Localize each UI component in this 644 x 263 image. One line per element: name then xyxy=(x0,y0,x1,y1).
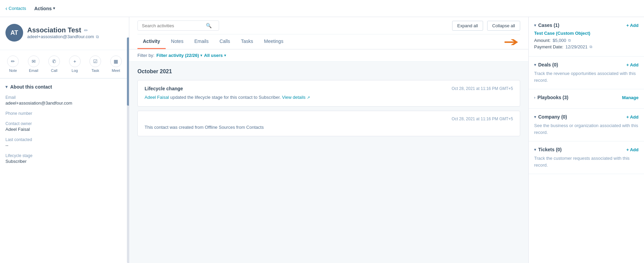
case-amount-label: Amount: xyxy=(534,38,550,43)
company-header: ▾ Company (0) + Add xyxy=(534,114,639,120)
about-section-header[interactable]: ▾ About this contact xyxy=(5,84,123,90)
contact-name: Association Test xyxy=(27,26,81,34)
call-icon: ✆ xyxy=(48,56,60,67)
cases-title[interactable]: ▾ Cases (1) xyxy=(534,22,559,28)
action-call[interactable]: ✆ Call xyxy=(48,56,60,73)
task-label: Task xyxy=(92,68,99,73)
tickets-add-button[interactable]: + Add xyxy=(626,147,639,152)
field-label-email: Email xyxy=(5,95,123,100)
log-icon: + xyxy=(69,56,81,67)
tab-activity[interactable]: Activity xyxy=(137,34,166,49)
company-add-button[interactable]: + Add xyxy=(626,114,639,120)
section-tickets: ▾ Tickets (0) + Add Track the customer r… xyxy=(529,141,644,174)
field-phone: Phone number xyxy=(5,111,123,116)
activity-time-2: Oct 28, 2021 at 11:16 PM GMT+5 xyxy=(452,117,513,121)
tickets-title-label: Tickets (0) xyxy=(538,147,562,152)
activity-card-created: Oct 28, 2021 at 11:16 PM GMT+5 This cont… xyxy=(137,111,520,137)
contact-email: adeel+assosiation@3andfour.com ⧉ xyxy=(27,34,99,39)
action-log[interactable]: + Log xyxy=(69,56,81,73)
tab-calls[interactable]: Calls xyxy=(214,34,235,49)
activity-body-text-2: This contact was created from Offline So… xyxy=(145,125,264,130)
date-header: October 2021 xyxy=(137,68,520,75)
section-cases: ▾ Cases (1) + Add Test Case (Custom Obje… xyxy=(529,17,644,57)
action-email[interactable]: ✉ Email xyxy=(28,56,39,73)
field-lifecycle: Lifecycle stage Subscriber xyxy=(5,153,123,164)
email-value: adeel+assosiation@3andfour.com xyxy=(27,34,94,39)
top-bar: Contacts Actions xyxy=(0,0,644,17)
action-meet[interactable]: ▦ Meet xyxy=(110,56,122,73)
email-label: Email xyxy=(29,68,38,73)
filter-activity-button[interactable]: Filter activity (22/26) xyxy=(156,53,202,58)
tickets-title[interactable]: ▾ Tickets (0) xyxy=(534,147,562,152)
action-task[interactable]: ☑ Task xyxy=(89,56,101,73)
activity-body-2: This contact was created from Offline So… xyxy=(145,124,513,131)
deals-header: ▾ Deals (0) + Add xyxy=(534,62,639,67)
filter-users-button[interactable]: All users xyxy=(204,53,226,58)
copy-date-icon[interactable]: ⧉ xyxy=(590,45,592,49)
tickets-description: Track the customer requests associated w… xyxy=(534,155,639,168)
field-value-owner: Adeel Faisal xyxy=(5,127,123,132)
case-field-amount: Amount: $5,000 ⧉ xyxy=(534,38,639,43)
call-label: Call xyxy=(51,68,57,73)
case-item: Test Case (Custom Object) Amount: $5,000… xyxy=(534,31,639,49)
activity-card-header-1: Lifecycle change Oct 28, 2021 at 11:16 P… xyxy=(145,86,513,91)
copy-email-icon[interactable]: ⧉ xyxy=(96,34,99,39)
search-input[interactable] xyxy=(142,23,203,28)
playbooks-title[interactable]: › Playbooks (3) xyxy=(534,95,568,100)
field-label-phone: Phone number xyxy=(5,111,123,116)
about-section: ▾ About this contact Email adeel+assosia… xyxy=(0,79,129,175)
case-date-label: Payment Date: xyxy=(534,44,563,49)
external-link-icon: ↗ xyxy=(307,95,310,99)
search-and-buttons: 🔍 Expand all Collapse all xyxy=(137,17,520,34)
cases-chevron-icon: ▾ xyxy=(534,23,536,28)
activity-author-link[interactable]: Adeel Faisal xyxy=(145,95,169,100)
company-title[interactable]: ▾ Company (0) xyxy=(534,114,567,120)
search-icon: 🔍 xyxy=(206,23,212,28)
deals-add-button[interactable]: + Add xyxy=(626,62,639,67)
activity-card-lifecycle: Lifecycle change Oct 28, 2021 at 11:16 P… xyxy=(137,80,520,107)
tab-tasks[interactable]: Tasks xyxy=(235,34,259,49)
case-field-date: Payment Date: 12/29/2021 ⧉ xyxy=(534,44,639,49)
company-title-label: Company (0) xyxy=(538,114,567,120)
actions-button[interactable]: Actions xyxy=(34,6,55,11)
cases-title-label: Cases (1) xyxy=(538,22,559,28)
scrollbar-thumb[interactable] xyxy=(127,37,129,106)
section-company: ▾ Company (0) + Add See the business or … xyxy=(529,109,644,141)
activity-type-1: Lifecycle change xyxy=(145,86,183,91)
field-last-contacted: Last contacted -- xyxy=(5,137,123,148)
cases-add-button[interactable]: + Add xyxy=(626,23,639,28)
meet-icon: ▦ xyxy=(110,56,122,67)
deals-title[interactable]: ▾ Deals (0) xyxy=(534,62,558,67)
note-label: Note xyxy=(9,68,17,73)
playbooks-chevron-icon: › xyxy=(534,95,535,99)
deals-description: Track the revenue opportunities associat… xyxy=(534,70,639,83)
back-link[interactable]: Contacts xyxy=(5,5,26,12)
tickets-header: ▾ Tickets (0) + Add xyxy=(534,147,639,152)
tab-notes[interactable]: Notes xyxy=(166,34,189,49)
collapse-all-button[interactable]: Collapse all xyxy=(487,21,520,31)
contact-avatar-row: AT Association Test ✏ adeel+assosiation@… xyxy=(5,24,123,42)
arrow-icon: ➔ xyxy=(503,36,519,48)
action-note[interactable]: ✏ Note xyxy=(7,56,19,73)
view-details-link[interactable]: View details ↗ xyxy=(282,95,310,100)
activity-header: 🔍 Expand all Collapse all Activity Notes… xyxy=(129,17,528,49)
playbooks-title-label: Playbooks (3) xyxy=(538,95,568,100)
edit-icon[interactable]: ✏ xyxy=(84,28,88,33)
expand-all-button[interactable]: Expand all xyxy=(452,21,483,31)
activity-body-1: Adeel Faisal updated the lifecycle stage… xyxy=(145,94,513,101)
tab-emails[interactable]: Emails xyxy=(189,34,214,49)
playbooks-manage-button[interactable]: Manage xyxy=(622,95,639,100)
filter-by-label: Filter by: xyxy=(137,53,154,58)
filter-bar: Filter by: Filter activity (22/26) All u… xyxy=(129,49,528,62)
field-value-last-contacted: -- xyxy=(5,143,123,148)
tab-meetings[interactable]: Meetings xyxy=(259,34,289,49)
copy-amount-icon[interactable]: ⧉ xyxy=(568,38,571,43)
left-sidebar: AT Association Test ✏ adeel+assosiation@… xyxy=(0,17,129,263)
task-icon: ☑ xyxy=(89,56,101,67)
timeline: October 2021 Lifecycle change Oct 28, 20… xyxy=(129,62,528,263)
field-email: Email adeel+assosiation@3andfour.com xyxy=(5,95,123,106)
log-label: Log xyxy=(72,68,78,73)
avatar: AT xyxy=(5,24,23,42)
case-title-link[interactable]: Test Case (Custom Object) xyxy=(534,31,639,36)
section-deals: ▾ Deals (0) + Add Track the revenue oppo… xyxy=(529,57,644,89)
